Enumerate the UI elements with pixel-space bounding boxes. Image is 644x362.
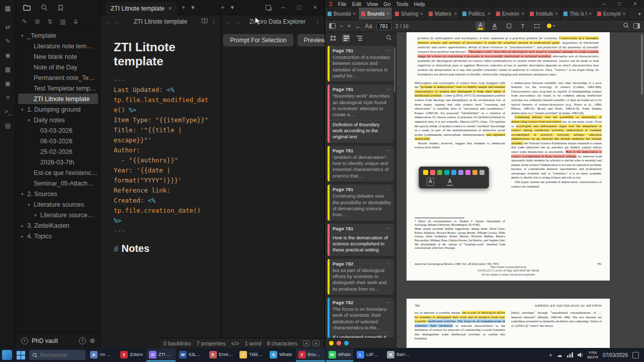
color-filter-dot[interactable] — [344, 341, 349, 345]
toggle-sidebar-icon[interactable] — [329, 23, 336, 29]
annotation-card[interactable]: Page 781⋯Construction of a boundary betw… — [328, 46, 393, 81]
text-tool[interactable]: T — [518, 22, 527, 31]
annotation-card[interactable]: Page 781⋯“Boundary-work” describes an id… — [328, 84, 393, 142]
taskbar-search[interactable] — [29, 350, 86, 360]
thumbnails-tab-icon[interactable] — [329, 34, 337, 42]
templates-icon[interactable]: ≡ — [3, 92, 14, 103]
files-icon[interactable] — [23, 5, 31, 11]
bookmarks-icon[interactable] — [58, 5, 63, 11]
maximize-button[interactable]: □ — [614, 1, 624, 7]
area-tool[interactable] — [532, 22, 541, 31]
tab-list-chevron-icon-2[interactable]: ▾ — [229, 4, 235, 11]
close-icon[interactable]: × — [454, 11, 457, 17]
taskbar-app[interactable]: W53LFFZF — [177, 348, 206, 361]
minimize-button[interactable]: – — [599, 1, 609, 7]
taskbar-app[interactable]: WWhats — [326, 348, 354, 361]
annotation-card[interactable]: Page 781⋯“problem of demarcation”: how t… — [328, 146, 393, 182]
notification-center-icon[interactable] — [632, 352, 639, 358]
widgets-icon[interactable] — [2, 350, 12, 360]
color-swatch[interactable] — [444, 170, 449, 175]
quick-switcher-icon[interactable]: ⇄ — [3, 22, 14, 33]
back-icon[interactable]: ← — [105, 18, 111, 25]
tree-item[interactable]: Seminar_05-Attach… — [18, 178, 98, 189]
editor-content[interactable]: ZTI Litnote template ---Last Updated: <%… — [101, 28, 221, 348]
tree-item[interactable]: 25-02-2026 — [18, 146, 98, 157]
daily-note-icon[interactable]: ▣ — [3, 78, 14, 89]
close-icon[interactable]: × — [386, 11, 389, 17]
tree-item[interactable]: Test Templetar temp… — [18, 83, 98, 94]
tree-item[interactable]: ▾_Template — [18, 30, 98, 41]
sort-order-icon[interactable]: ⇅ — [47, 18, 52, 25]
new-note-icon[interactable]: ✎ — [3, 36, 14, 47]
tree-item[interactable]: Note of the Day — [18, 62, 98, 72]
stacked-tabs-icon[interactable] — [266, 5, 271, 10]
tab-list-chevron-icon[interactable]: ▾ — [190, 4, 196, 11]
highlight-mode-button[interactable]: A — [427, 178, 434, 186]
zotero-tab[interactable]: Ecosyste…× — [595, 8, 628, 20]
volume-icon[interactable] — [578, 350, 583, 359]
color-filter-dot[interactable] — [337, 341, 341, 345]
vault-switcher[interactable]: PhD vault ? ⚙ — [16, 333, 100, 348]
appearance-icon[interactable]: Aa — [365, 23, 372, 30]
new-note-icon[interactable]: ✎ — [22, 18, 27, 25]
close-icon[interactable]: × — [353, 11, 356, 17]
taskbar-app[interactable]: AAn Upd. — [88, 348, 117, 361]
split-icon[interactable]: ▥ — [60, 18, 65, 25]
color-swatch[interactable] — [465, 170, 470, 175]
zotero-tab[interactable]: Boundary…× — [325, 8, 359, 20]
tree-item[interactable]: New blank note — [18, 51, 98, 62]
start-button[interactable] — [14, 349, 27, 361]
underline-tool[interactable]: A — [490, 22, 499, 31]
color-filter-dot[interactable] — [329, 341, 334, 345]
canvas-icon[interactable]: ▦ — [3, 64, 14, 75]
graph-view-icon[interactable]: ◉ — [3, 50, 14, 61]
zotero-tab[interactable]: Environ…× — [494, 8, 527, 20]
reading-mode-icon[interactable] — [201, 18, 208, 25]
menu-help[interactable]: Help — [414, 1, 425, 7]
menu-file[interactable]: File — [338, 1, 347, 7]
minimize-button[interactable]: – — [277, 4, 289, 11]
close-icon[interactable]: × — [555, 11, 558, 17]
tree-item[interactable]: 03-03-2026 — [18, 125, 98, 136]
more-icon[interactable]: ⋯ — [386, 226, 391, 231]
sidebar-scrollbar[interactable] — [394, 47, 395, 93]
menu-go[interactable]: Go — [383, 1, 390, 7]
color-picker-button[interactable]: ▾ — [546, 22, 555, 31]
preview-import-button[interactable]: Preview Impor — [297, 34, 325, 46]
status-badge[interactable]: A — [312, 340, 319, 346]
tree-item[interactable]: ▸4. Topics — [18, 231, 98, 241]
taskbar-app[interactable]: EEnregist — [207, 348, 236, 361]
language-indicator[interactable]: FRA BEFR — [588, 350, 598, 359]
settings-gear-icon[interactable]: ⚙ — [90, 337, 95, 344]
search-annotations-icon[interactable] — [386, 34, 392, 43]
annotation-card[interactable]: Page 781⋯How is the demarcation of scien… — [328, 224, 393, 256]
tree-item[interactable]: Permanent note_Te… — [18, 72, 98, 83]
zotero-tab[interactable]: Sharing…× — [392, 8, 426, 20]
close-icon[interactable]: × — [521, 11, 524, 17]
zotero-tab[interactable]: Politics…× — [460, 8, 494, 20]
backlinks-count[interactable]: 0 backlinks — [164, 340, 191, 346]
taskbar-app[interactable]: ZBounda — [296, 348, 325, 361]
color-swatch[interactable] — [479, 170, 485, 175]
close-icon[interactable]: × — [420, 11, 423, 17]
close-window-button[interactable]: × — [630, 1, 640, 7]
workspaces-icon[interactable]: ▤ — [3, 120, 14, 131]
color-swatch[interactable] — [451, 170, 456, 175]
tree-item[interactable]: ▾Literature sources — [18, 199, 98, 210]
tree-item[interactable]: Literature note tem… — [18, 41, 98, 51]
annotation-card[interactable]: Page 781⋯Continuing debates over the pos… — [328, 185, 393, 220]
pdf-view[interactable]: problem for philosophers and sociologist… — [396, 32, 644, 348]
more-icon[interactable]: ⋯ — [386, 261, 391, 266]
menu-tools[interactable]: Tools — [396, 1, 409, 7]
network-icon[interactable] — [567, 350, 573, 359]
tree-item[interactable]: ZTI Litnote template — [18, 94, 98, 104]
color-swatch[interactable] — [423, 170, 428, 175]
toggle-context-pane-icon[interactable] — [633, 23, 640, 29]
more-icon[interactable]: ⋯ — [386, 148, 391, 153]
prompt-for-selection-button[interactable]: Prompt For Selection — [223, 34, 293, 46]
annotation-card[interactable]: Page 782⋯but as part of ideological effo… — [328, 259, 393, 295]
more-icon[interactable]: ⋯ — [386, 48, 391, 53]
fit-width-icon[interactable]: ↔ — [355, 23, 361, 30]
taskbar-app[interactable]: SWhats — [267, 348, 295, 361]
color-swatch[interactable] — [430, 170, 435, 175]
